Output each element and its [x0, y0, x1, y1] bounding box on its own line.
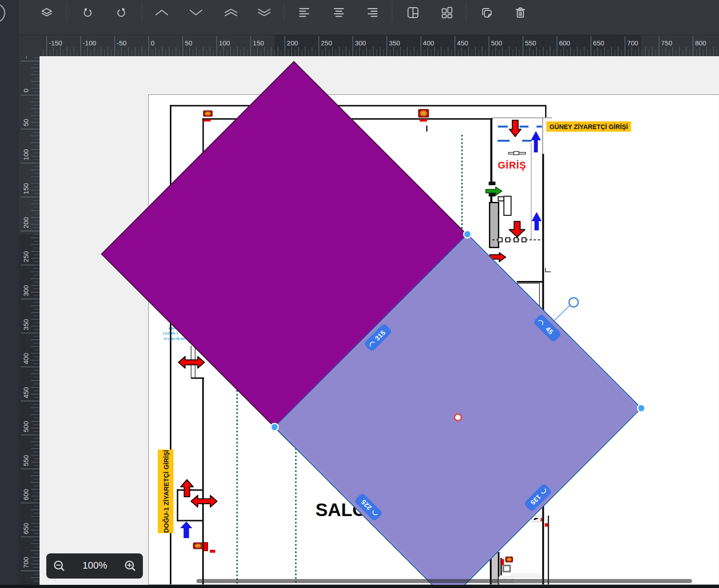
svg-text:650: 650 [22, 523, 30, 534]
svg-text:200: 200 [22, 217, 30, 228]
svg-text:100%: 100% [83, 560, 107, 571]
svg-text:500: 500 [22, 421, 30, 432]
svg-text:650: 650 [593, 39, 604, 47]
svg-text:-50: -50 [22, 56, 30, 58]
svg-text:-150: -150 [49, 39, 62, 47]
svg-text:350: 350 [22, 319, 30, 330]
svg-text:700: 700 [22, 557, 30, 568]
svg-text:150: 150 [253, 39, 264, 47]
svg-text:800: 800 [695, 39, 706, 47]
svg-text:450: 450 [457, 39, 468, 47]
svg-text:700: 700 [627, 39, 638, 47]
svg-text:550: 550 [525, 39, 536, 47]
svg-text:-100: -100 [83, 39, 96, 47]
svg-text:500: 500 [491, 39, 502, 47]
svg-text:100: 100 [219, 39, 230, 47]
svg-text:300: 300 [355, 39, 366, 47]
svg-text:0: 0 [151, 39, 155, 47]
svg-text:400: 400 [423, 39, 434, 47]
svg-text:50: 50 [22, 119, 30, 126]
svg-text:DOĞU-1 ZİYARETÇİ GİRİŞİ: DOĞU-1 ZİYARETÇİ GİRİŞİ [162, 450, 170, 533]
svg-text:GİRİŞ: GİRİŞ [498, 160, 527, 171]
svg-text:400: 400 [22, 353, 30, 364]
svg-text:-50: -50 [117, 39, 127, 47]
svg-text:200: 200 [287, 39, 298, 47]
svg-text:250: 250 [22, 251, 30, 262]
svg-text:550: 550 [22, 455, 30, 466]
svg-text:100: 100 [22, 149, 30, 160]
svg-text:250: 250 [321, 39, 332, 47]
svg-text:350: 350 [389, 39, 400, 47]
svg-text:300: 300 [22, 285, 30, 296]
svg-text:50: 50 [185, 39, 192, 47]
svg-text:0: 0 [22, 89, 30, 92]
svg-text:450: 450 [22, 387, 30, 398]
svg-text:600: 600 [559, 39, 570, 47]
svg-text:600: 600 [22, 489, 30, 500]
svg-text:GÜNEY ZİYARETÇİ GİRİŞİ: GÜNEY ZİYARETÇİ GİRİŞİ [550, 123, 628, 130]
svg-text:750: 750 [661, 39, 672, 47]
svg-text:150: 150 [22, 183, 30, 194]
svg-text:H:1.5m-W:4m: H:1.5m-W:4m [164, 337, 186, 341]
